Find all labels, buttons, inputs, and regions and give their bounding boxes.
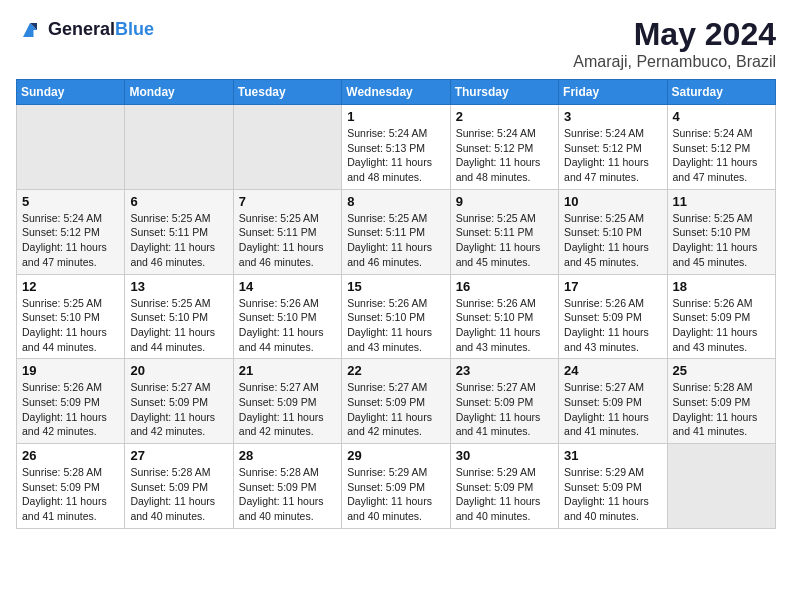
day-info: Sunrise: 5:24 AMSunset: 5:12 PMDaylight:… <box>456 126 553 185</box>
calendar-cell: 5Sunrise: 5:24 AMSunset: 5:12 PMDaylight… <box>17 189 125 274</box>
day-number: 8 <box>347 194 444 209</box>
calendar-cell: 29Sunrise: 5:29 AMSunset: 5:09 PMDayligh… <box>342 444 450 529</box>
day-info: Sunrise: 5:26 AMSunset: 5:10 PMDaylight:… <box>239 296 336 355</box>
calendar-header-wednesday: Wednesday <box>342 80 450 105</box>
day-info: Sunrise: 5:26 AMSunset: 5:09 PMDaylight:… <box>22 380 119 439</box>
calendar-cell: 19Sunrise: 5:26 AMSunset: 5:09 PMDayligh… <box>17 359 125 444</box>
calendar-cell: 21Sunrise: 5:27 AMSunset: 5:09 PMDayligh… <box>233 359 341 444</box>
calendar-header-saturday: Saturday <box>667 80 775 105</box>
day-info: Sunrise: 5:28 AMSunset: 5:09 PMDaylight:… <box>130 465 227 524</box>
calendar-cell: 10Sunrise: 5:25 AMSunset: 5:10 PMDayligh… <box>559 189 667 274</box>
calendar-cell: 31Sunrise: 5:29 AMSunset: 5:09 PMDayligh… <box>559 444 667 529</box>
calendar-header-monday: Monday <box>125 80 233 105</box>
calendar-cell: 15Sunrise: 5:26 AMSunset: 5:10 PMDayligh… <box>342 274 450 359</box>
day-number: 29 <box>347 448 444 463</box>
calendar-cell <box>667 444 775 529</box>
day-info: Sunrise: 5:26 AMSunset: 5:09 PMDaylight:… <box>564 296 661 355</box>
day-number: 18 <box>673 279 770 294</box>
day-number: 2 <box>456 109 553 124</box>
page-header: GeneralBlue May 2024 Amaraji, Pernambuco… <box>16 16 776 71</box>
day-info: Sunrise: 5:26 AMSunset: 5:10 PMDaylight:… <box>347 296 444 355</box>
day-number: 17 <box>564 279 661 294</box>
day-info: Sunrise: 5:27 AMSunset: 5:09 PMDaylight:… <box>130 380 227 439</box>
calendar-week-2: 5Sunrise: 5:24 AMSunset: 5:12 PMDaylight… <box>17 189 776 274</box>
calendar-cell: 17Sunrise: 5:26 AMSunset: 5:09 PMDayligh… <box>559 274 667 359</box>
day-info: Sunrise: 5:24 AMSunset: 5:12 PMDaylight:… <box>22 211 119 270</box>
calendar-cell: 20Sunrise: 5:27 AMSunset: 5:09 PMDayligh… <box>125 359 233 444</box>
calendar-header-row: SundayMondayTuesdayWednesdayThursdayFrid… <box>17 80 776 105</box>
day-number: 16 <box>456 279 553 294</box>
calendar-header-tuesday: Tuesday <box>233 80 341 105</box>
day-info: Sunrise: 5:25 AMSunset: 5:11 PMDaylight:… <box>456 211 553 270</box>
calendar-header-thursday: Thursday <box>450 80 558 105</box>
main-title: May 2024 <box>573 16 776 53</box>
day-info: Sunrise: 5:25 AMSunset: 5:10 PMDaylight:… <box>564 211 661 270</box>
calendar-cell: 26Sunrise: 5:28 AMSunset: 5:09 PMDayligh… <box>17 444 125 529</box>
day-number: 19 <box>22 363 119 378</box>
calendar-cell: 25Sunrise: 5:28 AMSunset: 5:09 PMDayligh… <box>667 359 775 444</box>
calendar-cell: 24Sunrise: 5:27 AMSunset: 5:09 PMDayligh… <box>559 359 667 444</box>
day-info: Sunrise: 5:26 AMSunset: 5:09 PMDaylight:… <box>673 296 770 355</box>
calendar-table: SundayMondayTuesdayWednesdayThursdayFrid… <box>16 79 776 529</box>
calendar-cell: 9Sunrise: 5:25 AMSunset: 5:11 PMDaylight… <box>450 189 558 274</box>
logo-blue: Blue <box>115 19 154 39</box>
day-number: 4 <box>673 109 770 124</box>
day-info: Sunrise: 5:25 AMSunset: 5:11 PMDaylight:… <box>130 211 227 270</box>
calendar-cell: 12Sunrise: 5:25 AMSunset: 5:10 PMDayligh… <box>17 274 125 359</box>
calendar-cell: 8Sunrise: 5:25 AMSunset: 5:11 PMDaylight… <box>342 189 450 274</box>
day-number: 6 <box>130 194 227 209</box>
day-info: Sunrise: 5:25 AMSunset: 5:11 PMDaylight:… <box>347 211 444 270</box>
day-number: 9 <box>456 194 553 209</box>
day-number: 22 <box>347 363 444 378</box>
day-info: Sunrise: 5:25 AMSunset: 5:10 PMDaylight:… <box>130 296 227 355</box>
day-info: Sunrise: 5:27 AMSunset: 5:09 PMDaylight:… <box>239 380 336 439</box>
day-info: Sunrise: 5:27 AMSunset: 5:09 PMDaylight:… <box>564 380 661 439</box>
day-number: 15 <box>347 279 444 294</box>
calendar-week-5: 26Sunrise: 5:28 AMSunset: 5:09 PMDayligh… <box>17 444 776 529</box>
day-info: Sunrise: 5:25 AMSunset: 5:11 PMDaylight:… <box>239 211 336 270</box>
day-info: Sunrise: 5:24 AMSunset: 5:13 PMDaylight:… <box>347 126 444 185</box>
calendar-cell: 14Sunrise: 5:26 AMSunset: 5:10 PMDayligh… <box>233 274 341 359</box>
calendar-cell: 2Sunrise: 5:24 AMSunset: 5:12 PMDaylight… <box>450 105 558 190</box>
day-number: 5 <box>22 194 119 209</box>
day-info: Sunrise: 5:27 AMSunset: 5:09 PMDaylight:… <box>347 380 444 439</box>
day-number: 14 <box>239 279 336 294</box>
calendar-cell: 22Sunrise: 5:27 AMSunset: 5:09 PMDayligh… <box>342 359 450 444</box>
calendar-header-friday: Friday <box>559 80 667 105</box>
day-number: 20 <box>130 363 227 378</box>
day-info: Sunrise: 5:28 AMSunset: 5:09 PMDaylight:… <box>673 380 770 439</box>
calendar-cell <box>125 105 233 190</box>
day-info: Sunrise: 5:26 AMSunset: 5:10 PMDaylight:… <box>456 296 553 355</box>
day-number: 27 <box>130 448 227 463</box>
calendar-cell: 13Sunrise: 5:25 AMSunset: 5:10 PMDayligh… <box>125 274 233 359</box>
day-number: 25 <box>673 363 770 378</box>
calendar-cell <box>233 105 341 190</box>
day-info: Sunrise: 5:29 AMSunset: 5:09 PMDaylight:… <box>564 465 661 524</box>
calendar-cell: 4Sunrise: 5:24 AMSunset: 5:12 PMDaylight… <box>667 105 775 190</box>
calendar-cell: 11Sunrise: 5:25 AMSunset: 5:10 PMDayligh… <box>667 189 775 274</box>
title-block: May 2024 Amaraji, Pernambuco, Brazil <box>573 16 776 71</box>
calendar-week-3: 12Sunrise: 5:25 AMSunset: 5:10 PMDayligh… <box>17 274 776 359</box>
calendar-header-sunday: Sunday <box>17 80 125 105</box>
day-number: 3 <box>564 109 661 124</box>
calendar-week-4: 19Sunrise: 5:26 AMSunset: 5:09 PMDayligh… <box>17 359 776 444</box>
day-number: 23 <box>456 363 553 378</box>
day-number: 10 <box>564 194 661 209</box>
day-info: Sunrise: 5:28 AMSunset: 5:09 PMDaylight:… <box>22 465 119 524</box>
day-info: Sunrise: 5:24 AMSunset: 5:12 PMDaylight:… <box>673 126 770 185</box>
day-number: 28 <box>239 448 336 463</box>
day-number: 13 <box>130 279 227 294</box>
calendar-cell: 1Sunrise: 5:24 AMSunset: 5:13 PMDaylight… <box>342 105 450 190</box>
calendar-cell: 18Sunrise: 5:26 AMSunset: 5:09 PMDayligh… <box>667 274 775 359</box>
logo-icon <box>16 16 44 44</box>
calendar-cell: 7Sunrise: 5:25 AMSunset: 5:11 PMDaylight… <box>233 189 341 274</box>
day-info: Sunrise: 5:24 AMSunset: 5:12 PMDaylight:… <box>564 126 661 185</box>
day-number: 7 <box>239 194 336 209</box>
day-info: Sunrise: 5:25 AMSunset: 5:10 PMDaylight:… <box>673 211 770 270</box>
calendar-cell: 23Sunrise: 5:27 AMSunset: 5:09 PMDayligh… <box>450 359 558 444</box>
logo-text: GeneralBlue <box>48 20 154 40</box>
calendar-cell: 30Sunrise: 5:29 AMSunset: 5:09 PMDayligh… <box>450 444 558 529</box>
day-info: Sunrise: 5:28 AMSunset: 5:09 PMDaylight:… <box>239 465 336 524</box>
calendar-week-1: 1Sunrise: 5:24 AMSunset: 5:13 PMDaylight… <box>17 105 776 190</box>
calendar-cell <box>17 105 125 190</box>
